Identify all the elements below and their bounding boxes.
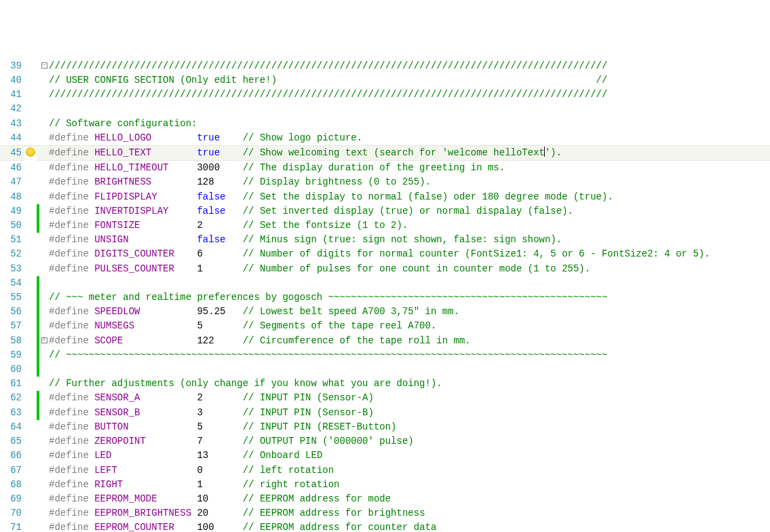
code-area[interactable]: ////////////////////////////////////////… xyxy=(49,59,770,532)
code-line[interactable]: #define DIGITS_COUNTER 6 // Number of di… xyxy=(49,247,770,261)
code-line[interactable]: #define NUMSEGS 5 // Segments of the tap… xyxy=(49,319,770,333)
code-line[interactable]: // ~~~~~~~~~~~~~~~~~~~~~~~~~~~~~~~~~~~~~… xyxy=(49,348,770,362)
fold-cell xyxy=(39,88,49,102)
line-number[interactable]: 59 xyxy=(0,348,24,362)
marker-gutter xyxy=(24,59,37,532)
code-line[interactable]: #define SPEEDLOW 95.25 // Lowest belt sp… xyxy=(49,305,770,319)
marker-cell xyxy=(24,406,37,420)
fold-cell xyxy=(39,463,49,478)
marker-cell xyxy=(24,290,37,305)
code-line[interactable]: #define EEPROM_BRIGHTNESS 20 // EEPROM a… xyxy=(49,506,770,520)
line-number[interactable]: 68 xyxy=(0,478,24,492)
code-line[interactable]: #define BRIGHTNESS 128 // Display bright… xyxy=(49,175,770,189)
line-number[interactable]: 46 xyxy=(0,161,24,175)
line-number[interactable]: 64 xyxy=(0,420,24,434)
line-number[interactable]: 52 xyxy=(0,247,24,261)
line-number[interactable]: 61 xyxy=(0,377,24,391)
line-number[interactable]: 45 xyxy=(0,145,24,161)
line-number[interactable]: 70 xyxy=(0,506,24,520)
fold-cell xyxy=(39,262,49,276)
marker-cell xyxy=(24,305,37,319)
code-line[interactable]: #define HELLO_TEXT true // Show welcomin… xyxy=(49,145,770,161)
marker-cell xyxy=(24,190,37,204)
code-line[interactable]: #define PULSES_COUNTER 1 // Number of pu… xyxy=(49,262,770,276)
code-line[interactable]: #define INVERTDISPLAY false // Set inver… xyxy=(49,204,770,218)
code-line[interactable]: #define SENSOR_A 2 // INPUT PIN (Sensor-… xyxy=(49,391,770,405)
marker-cell xyxy=(24,247,37,261)
line-number[interactable]: 41 xyxy=(0,88,24,102)
marker-cell xyxy=(24,147,37,161)
code-line[interactable]: #define ZEROPOINT 7 // OUTPUT PIN ('0000… xyxy=(49,434,770,449)
line-number[interactable]: 62 xyxy=(0,391,24,405)
line-number[interactable]: 44 xyxy=(0,131,24,145)
line-number[interactable]: 65 xyxy=(0,434,24,449)
fold-cell xyxy=(39,102,49,116)
line-number[interactable]: 63 xyxy=(0,406,24,420)
marker-cell xyxy=(24,478,37,492)
code-line[interactable]: #define FONTSIZE 2 // Set the fontsize (… xyxy=(49,218,770,233)
fold-cell xyxy=(39,377,49,391)
code-line[interactable]: #define LEFT 0 // left rotation xyxy=(49,463,770,478)
marker-cell xyxy=(24,117,37,131)
code-line[interactable] xyxy=(49,362,770,377)
line-number[interactable]: 50 xyxy=(0,218,24,233)
code-line[interactable]: // Further adjustments (only change if y… xyxy=(49,377,770,391)
marker-cell xyxy=(24,420,37,434)
code-line[interactable]: #define EEPROM_COUNTER 100 // EEPROM add… xyxy=(49,520,770,532)
code-line[interactable]: #define SENSOR_B 3 // INPUT PIN (Sensor-… xyxy=(49,406,770,420)
line-number[interactable]: 49 xyxy=(0,204,24,218)
line-number[interactable]: 51 xyxy=(0,233,24,247)
marker-cell xyxy=(24,59,37,73)
line-number[interactable]: 53 xyxy=(0,262,24,276)
line-number[interactable]: 55 xyxy=(0,290,24,305)
code-line[interactable]: // USER CONFIG SECTION (Only edit here!)… xyxy=(49,73,770,88)
fold-collapse-icon[interactable]: − xyxy=(39,59,49,73)
code-line[interactable]: #define SCOPE 122 // Circumference of th… xyxy=(49,334,770,348)
marker-cell xyxy=(24,262,37,276)
code-line[interactable]: #define HELLO_TIMEOUT 3000 // The displa… xyxy=(49,161,770,175)
line-number[interactable]: 43 xyxy=(0,117,24,131)
code-line[interactable]: // Software configuration: xyxy=(49,117,770,131)
fold-cell xyxy=(39,276,49,290)
code-line[interactable]: #define HELLO_LOGO true // Show logo pic… xyxy=(49,131,770,145)
code-line[interactable]: #define UNSIGN false // Minus sign (true… xyxy=(49,233,770,247)
line-number[interactable]: 69 xyxy=(0,492,24,506)
code-line[interactable]: #define LED 13 // Onboard LED xyxy=(49,449,770,463)
fold-gutter[interactable]: − + + xyxy=(39,59,49,532)
line-number[interactable]: 71 xyxy=(0,520,24,532)
fold-cell xyxy=(39,190,49,204)
code-editor[interactable]: 3940414243444546474849505152535455565758… xyxy=(0,58,770,532)
code-line[interactable]: #define BUTTON 5 // INPUT PIN (RESET-But… xyxy=(49,420,770,434)
line-number[interactable]: 66 xyxy=(0,449,24,463)
code-line[interactable] xyxy=(49,102,770,116)
fold-cell xyxy=(39,362,49,377)
line-number[interactable]: 56 xyxy=(0,305,24,319)
line-number[interactable]: 54 xyxy=(0,276,24,290)
fold-cell xyxy=(39,391,49,405)
fold-expand-icon[interactable]: + xyxy=(39,334,49,348)
line-number[interactable]: 48 xyxy=(0,190,24,204)
code-line[interactable]: #define RIGHT 1 // right rotation xyxy=(49,478,770,492)
line-number[interactable]: 40 xyxy=(0,73,24,88)
code-line[interactable]: ////////////////////////////////////////… xyxy=(49,59,770,73)
line-number[interactable]: 42 xyxy=(0,102,24,116)
code-line[interactable] xyxy=(49,276,770,290)
line-number[interactable]: 60 xyxy=(0,362,24,377)
line-number-gutter[interactable]: 3940414243444546474849505152535455565758… xyxy=(0,59,24,532)
marker-cell xyxy=(24,506,37,520)
fold-cell xyxy=(39,117,49,131)
fold-cell xyxy=(39,161,49,175)
line-number[interactable]: 67 xyxy=(0,463,24,478)
fold-cell xyxy=(39,73,49,88)
code-line[interactable]: // ~~~ meter and realtime preferences by… xyxy=(49,290,770,305)
line-number[interactable]: 58 xyxy=(0,334,24,348)
fold-cell xyxy=(39,520,49,532)
line-number[interactable]: 57 xyxy=(0,319,24,333)
fold-cell xyxy=(39,145,49,161)
code-line[interactable]: #define EEPROM_MODE 10 // EEPROM address… xyxy=(49,492,770,506)
code-line[interactable]: #define FLIPDISPLAY false // Set the dis… xyxy=(49,190,770,204)
code-line[interactable]: ////////////////////////////////////////… xyxy=(49,88,770,102)
marker-cell xyxy=(24,276,37,290)
line-number[interactable]: 39 xyxy=(0,59,24,73)
line-number[interactable]: 47 xyxy=(0,175,24,189)
